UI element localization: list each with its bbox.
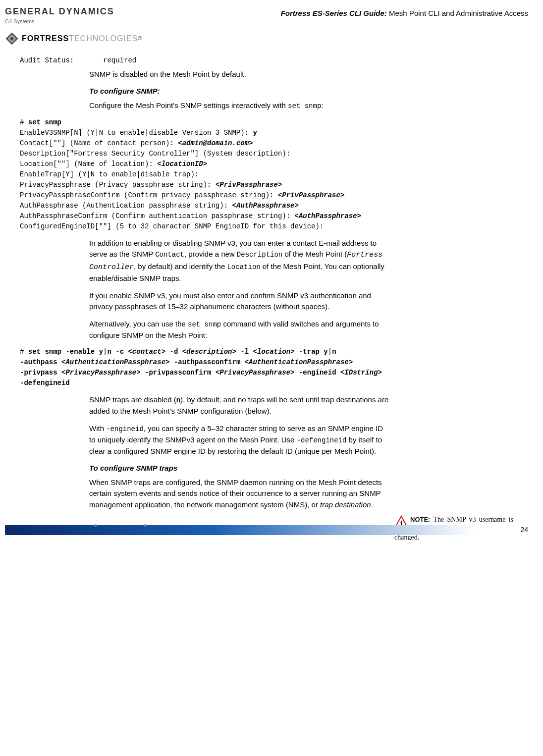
- general-dynamics-logo: GENERAL DYNAMICS: [5, 5, 142, 18]
- section-heading: To configure SNMP:: [89, 86, 389, 97]
- technologies-text: TECHNOLOGIES: [69, 33, 138, 45]
- c4-systems-text: C4 Systems: [5, 17, 142, 26]
- code-inline: -defengineid: [297, 436, 347, 444]
- paragraph: In addition to enabling or disabling SNM…: [89, 238, 389, 284]
- text: SNMP traps are disabled (: [89, 395, 176, 404]
- code-inline: -engineid: [106, 425, 144, 433]
- code-inline: Description: [237, 251, 282, 259]
- text: , provide a new: [184, 250, 237, 258]
- text: , by default) and identify the: [134, 262, 227, 270]
- guide-title-rest: Mesh Point CLI and Administrative Access: [387, 9, 528, 17]
- paragraph: Configure the Mesh Point's SNMP settings…: [89, 100, 389, 111]
- section-heading: To configure SNMP traps: [89, 463, 389, 474]
- footer-bar: [5, 525, 528, 535]
- code-block-set-snmp-switches: # set snmp -enable y|n -c <contact> -d <…: [20, 347, 528, 388]
- note-text: The SNMP v3 username is: [430, 516, 513, 523]
- paragraph: SNMP is disabled on the Mesh Point by de…: [89, 69, 389, 80]
- fortress-text: FORTRESS: [22, 33, 69, 45]
- page-number: 24: [520, 525, 528, 535]
- code-inline: Contact: [155, 251, 184, 259]
- paragraph: With -engineid, you can specify a 5–32 c…: [89, 423, 389, 457]
- paragraph: SNMP traps are disabled (n), by default,…: [89, 394, 389, 417]
- code-inline: set snmp: [288, 102, 321, 110]
- audit-status-line: Audit Status: required: [20, 55, 528, 66]
- fortress-logo: FORTRESS TECHNOLOGIES ®: [5, 32, 142, 46]
- italic-text: trap destination: [320, 500, 371, 509]
- text: Configure the Mesh Point's SNMP settings…: [89, 101, 288, 109]
- paragraph: If you enable SNMP v3, you must also ent…: [89, 290, 389, 313]
- page-header: GENERAL DYNAMICS C4 Systems FORTRESS TEC…: [5, 5, 528, 46]
- diamond-icon: [5, 32, 19, 46]
- code-inline: Location: [227, 263, 260, 271]
- paragraph: Alternatively, you can use the set snmp …: [89, 319, 389, 341]
- text: of the Mesh Point (: [282, 250, 347, 258]
- text: :: [321, 101, 323, 109]
- code-inline: set snmp: [188, 321, 221, 328]
- text: Alternatively, you can use the: [89, 320, 188, 328]
- code-inline: n: [176, 396, 180, 404]
- guide-title: Fortress ES-Series CLI Guide: Mesh Point…: [281, 8, 528, 19]
- registered-mark: ®: [138, 35, 141, 42]
- note-label: NOTE:: [410, 516, 430, 523]
- text: With: [89, 424, 106, 432]
- code-block-set-snmp: # set snmp EnableV3SNMP[N] (Y|N to enabl…: [20, 117, 528, 232]
- text: .: [371, 500, 373, 509]
- paragraph: When SNMP traps are configured, the SNMP…: [89, 477, 389, 511]
- guide-title-italic: Fortress ES-Series CLI Guide:: [281, 9, 387, 17]
- header-logos: GENERAL DYNAMICS C4 Systems FORTRESS TEC…: [5, 5, 142, 46]
